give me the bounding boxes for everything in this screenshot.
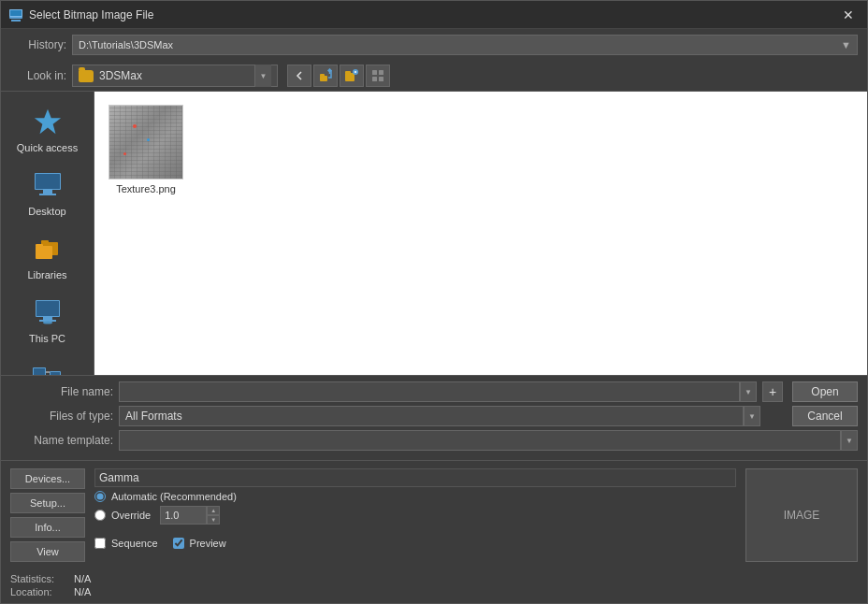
automatic-radio[interactable] (94, 491, 106, 502)
svg-rect-15 (36, 174, 60, 189)
file-name-row: File name: ▼ + Open (10, 381, 858, 402)
lookin-label: Look in: (10, 69, 66, 82)
lookin-value: 3DSMax (99, 69, 142, 82)
history-combo[interactable]: D:\Tutorials\3DSMax ▼ (72, 35, 858, 55)
automatic-label: Automatic (Recommended) (111, 491, 237, 502)
svg-rect-7 (345, 71, 351, 74)
override-label: Override (111, 510, 151, 521)
sidebar-item-quick-access[interactable]: Quick access (7, 99, 89, 159)
dot1 (133, 124, 137, 128)
sequence-label: Sequence (111, 538, 158, 549)
sidebar-item-this-pc[interactable]: This PC (7, 290, 89, 350)
spin-down[interactable]: ▼ (207, 515, 220, 525)
svg-rect-9 (372, 70, 377, 75)
back-button[interactable] (287, 65, 311, 87)
files-of-type-dropdown[interactable]: ▼ (744, 406, 760, 426)
dialog-window: Select Bitmap Image File ✕ History: D:\T… (0, 0, 868, 604)
lookin-row: Look in: 3DSMax ▼ (1, 61, 867, 91)
history-row: History: D:\Tutorials\3DSMax ▼ (1, 29, 867, 61)
lookin-arrow[interactable]: ▼ (254, 65, 271, 87)
file-name-combo: ▼ (119, 381, 757, 402)
svg-rect-23 (36, 301, 59, 316)
svg-rect-20 (36, 246, 52, 259)
svg-rect-11 (372, 77, 377, 81)
override-spinbox: ▲ ▼ (160, 506, 220, 525)
pc-icon (31, 295, 65, 329)
history-arrow: ▼ (841, 39, 851, 50)
svg-rect-1 (11, 20, 21, 22)
svg-rect-12 (379, 77, 383, 81)
name-template-value[interactable] (119, 430, 841, 451)
stats-section: Statistics: N/A Location: N/A (1, 569, 867, 603)
sidebar-item-quick-access-label: Quick access (17, 142, 78, 153)
sidebar-item-network[interactable]: Network (7, 353, 89, 375)
file-name-label: File name: (10, 385, 113, 398)
plus-button[interactable]: + (762, 381, 783, 402)
view-button2[interactable]: View (10, 541, 85, 562)
open-button[interactable]: Open (792, 381, 858, 402)
file-name-input[interactable] (119, 381, 740, 402)
title-bar: Select Bitmap Image File ✕ (1, 1, 867, 29)
sequence-checkbox[interactable] (94, 538, 106, 549)
svg-rect-28 (34, 368, 45, 375)
title-icon (8, 7, 23, 22)
files-of-type-row: Files of type: All Formats ▼ Cancel (10, 406, 858, 426)
file-name: Texture3.png (116, 183, 176, 194)
svg-rect-16 (43, 190, 52, 194)
override-value-input[interactable] (160, 506, 207, 525)
name-template-label: Name template: (10, 434, 113, 447)
file-item[interactable]: Texture3.png (104, 101, 188, 198)
svg-marker-13 (34, 109, 60, 134)
override-radio[interactable] (94, 510, 106, 521)
cancel-button[interactable]: Cancel (792, 406, 858, 426)
svg-rect-3 (10, 10, 22, 16)
svg-rect-10 (379, 70, 383, 75)
sidebar-item-desktop-label: Desktop (28, 206, 65, 217)
folder-icon (79, 70, 94, 82)
lower-section: Devices... Setup... Info... View Gamma A… (1, 460, 867, 569)
setup-button[interactable]: Setup... (10, 493, 85, 513)
view-button[interactable] (366, 65, 390, 87)
nav-buttons (287, 65, 390, 87)
gamma-section: Gamma Automatic (Recommended) Override ▲… (94, 468, 736, 562)
location-value: N/A (74, 586, 91, 597)
name-template-dropdown[interactable]: ▼ (841, 430, 858, 451)
star-icon (31, 105, 65, 138)
svg-rect-24 (43, 317, 52, 320)
devices-button[interactable]: Devices... (10, 468, 85, 489)
preview-row: Preview (173, 538, 226, 549)
preview-checkbox[interactable] (173, 538, 184, 549)
statistics-value: N/A (74, 573, 91, 584)
close-button[interactable]: ✕ (837, 4, 860, 26)
bottom-form-area: File name: ▼ + Open Files of type: All F… (1, 375, 867, 460)
files-of-type-value[interactable]: All Formats (119, 406, 744, 426)
svg-rect-17 (39, 194, 56, 195)
up-button[interactable] (313, 65, 338, 87)
spin-up[interactable]: ▲ (207, 506, 220, 515)
libraries-icon (31, 232, 65, 266)
main-area: Quick access Desktop (1, 91, 867, 375)
automatic-row: Automatic (Recommended) (94, 491, 736, 502)
history-label: History: (10, 38, 66, 51)
location-row: Location: N/A (10, 586, 858, 597)
sidebar-item-desktop[interactable]: Desktop (7, 163, 89, 223)
svg-rect-21 (36, 244, 43, 247)
name-template-row: Name template: ▼ (10, 430, 858, 451)
info-button[interactable]: Info... (10, 517, 85, 538)
sequence-row: Sequence (94, 538, 158, 549)
file-thumbnail (108, 105, 183, 180)
dot2 (147, 138, 150, 141)
file-name-dropdown[interactable]: ▼ (740, 381, 757, 402)
new-folder-button[interactable] (340, 65, 364, 87)
history-value: D:\Tutorials\3DSMax (79, 39, 173, 50)
override-row: Override ▲ ▼ (94, 506, 736, 525)
sidebar-item-libraries[interactable]: Libraries (7, 226, 89, 286)
svg-point-26 (43, 322, 52, 324)
files-of-type-combo: All Formats ▼ (119, 406, 760, 426)
svg-rect-5 (320, 74, 325, 77)
lookin-combo[interactable]: 3DSMax ▼ (72, 65, 278, 87)
statistics-label: Statistics: (10, 573, 66, 584)
gamma-title: Gamma (94, 468, 736, 487)
sidebar: Quick access Desktop (1, 92, 94, 375)
checkbox-area: Sequence Preview (94, 532, 736, 549)
